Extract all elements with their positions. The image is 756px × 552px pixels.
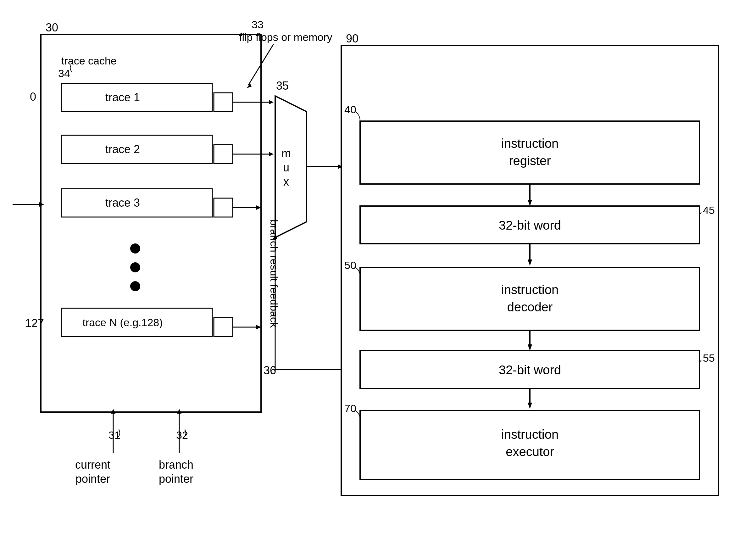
current-pointer-line1: current bbox=[75, 458, 110, 471]
trace2-label: trace 2 bbox=[105, 143, 140, 156]
svg-rect-13 bbox=[214, 198, 233, 217]
label-45: 45 bbox=[703, 204, 715, 216]
traceN-label: trace N (e.g.128) bbox=[83, 316, 163, 328]
current-pointer-line2: pointer bbox=[75, 472, 110, 485]
mux-x: x bbox=[283, 175, 289, 188]
label-55: 55 bbox=[703, 352, 715, 364]
label-33-number: 33 bbox=[252, 19, 264, 30]
instruction-decoder-line2: decoder bbox=[507, 300, 553, 314]
box55-label: 32-bit word bbox=[499, 363, 561, 377]
instruction-executor-line1: instruction bbox=[501, 427, 559, 441]
svg-rect-9 bbox=[214, 145, 233, 163]
box45-label: 32-bit word bbox=[499, 218, 561, 232]
branch-feedback-label: branch result feedback bbox=[268, 220, 280, 328]
label-127: 127 bbox=[25, 317, 44, 329]
trace3-label: trace 3 bbox=[105, 196, 140, 209]
label-70: 70 bbox=[344, 402, 356, 414]
label-32: 32 bbox=[176, 429, 188, 441]
label-0: 0 bbox=[30, 90, 36, 103]
branch-pointer-line2: pointer bbox=[159, 472, 193, 485]
svg-rect-29 bbox=[360, 121, 700, 184]
instruction-register-line2: register bbox=[509, 154, 551, 168]
svg-point-18 bbox=[130, 281, 140, 291]
svg-point-17 bbox=[130, 262, 140, 272]
label-35: 35 bbox=[276, 79, 289, 92]
svg-marker-25 bbox=[275, 96, 307, 238]
svg-point-16 bbox=[130, 244, 140, 254]
label-31: 31 bbox=[109, 429, 121, 441]
flip-flops-label: flip flops or memory bbox=[239, 31, 332, 43]
instruction-decoder-line1: instruction bbox=[501, 283, 559, 297]
mux-label: m bbox=[282, 147, 291, 160]
svg-rect-5 bbox=[214, 93, 233, 112]
branch-pointer-line1: branch bbox=[159, 458, 193, 471]
trace-cache-label: trace cache bbox=[61, 55, 117, 67]
mux-u: u bbox=[283, 161, 289, 174]
diagram-container: 30 trace cache 34 33 flip flops or memor… bbox=[0, 0, 756, 552]
svg-rect-20 bbox=[214, 318, 233, 336]
svg-rect-35 bbox=[360, 267, 700, 330]
label-30: 30 bbox=[45, 21, 58, 34]
trace1-label: trace 1 bbox=[105, 91, 140, 104]
label-40: 40 bbox=[344, 104, 356, 115]
label-34: 34 bbox=[58, 67, 70, 79]
label-36: 36 bbox=[264, 364, 276, 377]
label-50: 50 bbox=[344, 259, 356, 271]
label-90: 90 bbox=[346, 32, 358, 45]
instruction-executor-line2: executor bbox=[506, 445, 554, 458]
instruction-register-line1: instruction bbox=[501, 137, 559, 150]
